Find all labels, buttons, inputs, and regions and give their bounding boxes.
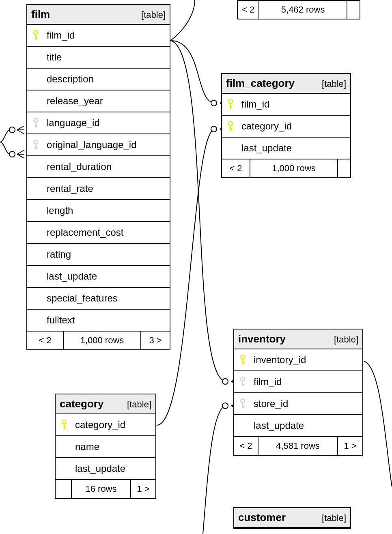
key-icon [239,398,246,409]
footer-right[interactable]: 1 > [131,480,155,498]
key-icon [60,420,68,430]
footer-left[interactable]: < 2 [27,332,64,349]
svg-rect-36 [242,383,245,385]
column-name: last_update [239,142,292,154]
column-name: inventory_id [251,354,306,366]
svg-rect-23 [230,125,231,130]
column-row: last_update [27,266,170,288]
svg-rect-9 [35,39,37,40]
svg-rect-21 [230,108,232,109]
svg-point-4 [9,151,15,157]
column-row: inventory_id [234,349,362,371]
column-row: rental_rate [27,178,170,200]
column-name: original_language_id [44,139,137,151]
key-slot [234,355,251,365]
column-name: film_id [239,99,269,110]
footer-left: < 2 [238,1,259,19]
column-row: length [27,200,170,222]
key-slot [56,420,73,430]
svg-rect-41 [242,407,244,409]
svg-rect-15 [35,144,37,149]
key-icon [239,377,246,387]
key-icon [239,355,246,365]
table-header: film [table] [27,5,170,25]
table-name: film_category [226,77,295,90]
column-name: description [44,73,94,85]
column-name: film_id [251,376,282,388]
table-kind: [table] [127,399,151,410]
column-name: special_features [44,293,118,304]
key-slot [27,140,44,150]
column-row: title [27,47,170,69]
svg-point-0 [211,100,217,106]
svg-point-30 [241,355,245,359]
column-name: last_update [73,463,125,474]
footer-right[interactable]: 3 > [141,332,170,349]
svg-point-3 [9,127,15,133]
svg-rect-39 [242,403,243,407]
key-icon [32,30,39,41]
svg-point-22 [228,121,233,125]
footer-rows: 1,000 rows [64,332,141,349]
column-row: fulltext [27,310,170,332]
svg-point-14 [34,140,38,144]
key-slot [234,398,251,409]
column-name: rating [44,249,71,260]
svg-rect-35 [242,381,243,385]
column-row: store_id [234,393,362,415]
svg-rect-17 [35,149,37,150]
svg-point-1 [222,379,228,384]
key-slot [222,99,239,110]
svg-rect-28 [64,426,66,428]
svg-point-18 [228,99,233,103]
svg-rect-33 [242,364,244,365]
svg-rect-16 [35,146,38,148]
column-row: description [27,69,170,90]
svg-rect-25 [230,130,232,131]
column-row: release_year [27,90,170,112]
column-name: length [44,205,73,216]
footer-right [338,159,350,177]
svg-point-2 [211,126,217,132]
column-row: rating [27,244,170,266]
svg-rect-13 [35,127,37,128]
svg-rect-12 [35,125,38,126]
svg-point-5 [222,403,228,409]
svg-rect-11 [35,122,37,127]
svg-rect-8 [35,37,38,38]
table-name: category [60,398,103,410]
column-name: fulltext [44,314,75,326]
key-icon [32,118,39,128]
column-row: film_id [27,25,170,47]
column-row: special_features [27,288,170,310]
column-row: film_id [222,94,350,116]
table-name: customer [238,511,286,524]
column-list: category_idnamelast_update [56,414,155,480]
footer-right[interactable]: 1 > [338,437,362,455]
column-row: category_id [56,414,155,436]
table-header: category [table] [56,394,155,414]
column-row: category_id [222,116,350,138]
column-row: name [56,436,155,458]
column-row: rental_duration [27,156,170,178]
footer-left[interactable]: < 2 [222,159,250,177]
column-name: language_id [44,117,100,129]
table-name: film [31,8,50,21]
table-film-category: film_category [table] film_id category_i… [221,73,351,178]
key-slot [222,121,239,131]
footer-left [56,480,72,498]
table-header: film_category [table] [222,74,350,94]
svg-rect-27 [64,424,65,428]
table-header: inventory [table] [234,329,362,349]
key-icon [227,99,234,110]
footer-rows: 1,000 rows [250,159,338,177]
svg-rect-24 [230,128,233,129]
svg-rect-31 [242,359,243,364]
table-customer: customer [table] [233,507,351,529]
svg-rect-20 [230,106,233,107]
column-name: last_update [44,271,97,282]
footer-rows: 4,581 rows [258,437,338,455]
footer-left[interactable]: < 2 [234,437,258,455]
svg-rect-19 [230,103,231,108]
table-name: inventory [238,333,286,345]
